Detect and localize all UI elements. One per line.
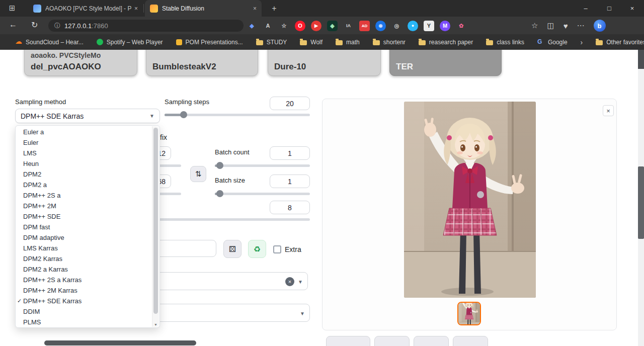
- bookmark-folder-class-links[interactable]: class links: [486, 39, 524, 46]
- folder-icon: [336, 40, 343, 45]
- sampling-steps-slider[interactable]: [165, 114, 310, 116]
- bookmarks-overflow-chevron[interactable]: ›: [581, 38, 583, 46]
- model-card-del-pvcaoaoko[interactable]: aoaoko. PVCStyleMo del_pvcAOAOKO: [24, 50, 137, 76]
- bookmark-folder-study[interactable]: STUDY: [256, 39, 287, 46]
- gallery-action-button[interactable]: [374, 336, 410, 346]
- option-lms[interactable]: LMS: [16, 148, 159, 158]
- option-dpm-fast[interactable]: DPM fast: [16, 222, 159, 232]
- browser-tab-aoaoko[interactable]: AOAOKO [PVC Style Model] - PV... ×: [28, 0, 143, 17]
- bookmark-google[interactable]: Google: [537, 39, 568, 46]
- bookmark-pom[interactable]: POM Presentations...: [176, 39, 243, 46]
- option-euler[interactable]: Euler: [16, 137, 159, 148]
- option-dpmpp-2m-karras[interactable]: DPM++ 2M Karras: [16, 285, 159, 296]
- batch-size-slider[interactable]: [215, 193, 310, 195]
- bookmark-spotify[interactable]: Spotify – Web Player: [97, 39, 163, 46]
- address-bar[interactable]: ⓘ 127.0.0.1 :7860: [48, 20, 244, 32]
- slider-handle[interactable]: [216, 162, 223, 169]
- other-favorites[interactable]: Other favorites: [596, 39, 644, 46]
- option-dpmpp-sde[interactable]: DPM++ SDE: [16, 211, 159, 222]
- option-dpmpp-2s-a[interactable]: DPM++ 2S a: [16, 190, 159, 201]
- pin-extension-icon[interactable]: ◎: [391, 21, 402, 31]
- clear-styles-icon[interactable]: ×: [285, 277, 294, 286]
- option-lms-karras[interactable]: LMS Karras: [16, 243, 159, 253]
- batch-count-slider[interactable]: [215, 164, 310, 167]
- bookmark-folder-reasearch-paper[interactable]: reasearch paper: [419, 39, 473, 46]
- option-plms[interactable]: PLMS: [16, 317, 159, 327]
- vertical-scrollbar-thumb[interactable]: [638, 166, 644, 239]
- browser-tab-stable-diffusion[interactable]: Stable Diffusion ×: [145, 0, 262, 17]
- horizontal-scrollbar-thumb[interactable]: [44, 340, 196, 345]
- cyan-extension-icon[interactable]: ●: [408, 21, 418, 31]
- window-close-button[interactable]: ×: [620, 0, 644, 17]
- chevron-down-icon: ▼: [300, 311, 305, 316]
- model-card-dure-10[interactable]: Dure-10: [268, 50, 381, 76]
- new-tab-button[interactable]: +: [269, 3, 280, 14]
- favorites-icon[interactable]: ☆: [531, 21, 538, 30]
- play-extension-icon[interactable]: ▶: [311, 21, 321, 31]
- gallery-action-button[interactable]: [326, 336, 370, 346]
- window-minimize-button[interactable]: –: [574, 0, 597, 17]
- option-dpm-adaptive[interactable]: DPM adaptive: [16, 232, 159, 243]
- tab-close-icon[interactable]: ×: [134, 5, 138, 12]
- refresh-button[interactable]: ↻: [31, 20, 38, 30]
- gallery-thumbnail-selected[interactable]: [457, 302, 481, 325]
- star-extension-icon[interactable]: ☆: [279, 21, 289, 31]
- essentials-icon[interactable]: ♥: [564, 22, 568, 30]
- option-dpm2-karras[interactable]: DPM2 Karras: [16, 253, 159, 264]
- site-info-icon[interactable]: ⓘ: [54, 22, 60, 30]
- ia-extension-icon[interactable]: IA: [343, 21, 354, 31]
- option-dpm2[interactable]: DPM2: [16, 169, 159, 180]
- dropdown-scrollbar[interactable]: ▼: [152, 126, 159, 327]
- slider-handle[interactable]: [216, 190, 223, 197]
- split-screen-icon[interactable]: ◫: [547, 21, 554, 30]
- option-dpm2-a[interactable]: DPM2 a: [16, 180, 159, 190]
- opera-extension-icon[interactable]: O: [295, 21, 305, 31]
- tab-close-icon[interactable]: ×: [253, 5, 257, 12]
- option-dpmpp-2s-a-karras[interactable]: DPM++ 2S a Karras: [16, 275, 159, 285]
- option-ddim[interactable]: DDIM: [16, 306, 159, 317]
- swap-dimensions-button[interactable]: ⇅: [190, 166, 206, 182]
- generated-image[interactable]: [404, 102, 536, 298]
- dropdown-scrollbar-thumb[interactable]: [153, 128, 158, 314]
- tab-switcher-icon[interactable]: ⊞: [7, 3, 17, 13]
- option-heun[interactable]: Heun: [16, 158, 159, 169]
- flower-extension-icon[interactable]: ✿: [456, 21, 466, 31]
- option-dpm2-a-karras[interactable]: DPM2 a Karras: [16, 264, 159, 275]
- model-card-bumblesteakv2[interactable]: BumblesteakV2: [146, 50, 258, 76]
- tag-extension-icon[interactable]: ◆: [247, 21, 257, 31]
- reuse-seed-button[interactable]: ♻: [248, 240, 266, 258]
- window-maximize-button[interactable]: □: [598, 0, 621, 17]
- bookmark-folder-shortenr[interactable]: shortenr: [373, 39, 406, 46]
- gallery-action-button[interactable]: [453, 336, 488, 346]
- model-card-ter[interactable]: TER: [389, 50, 502, 76]
- back-button[interactable]: ←: [9, 20, 17, 29]
- a-extension-icon[interactable]: A: [263, 21, 273, 31]
- adblock-extension-icon[interactable]: AD: [359, 21, 370, 31]
- cfg-scale-input[interactable]: 8: [270, 201, 310, 214]
- vertical-scrollbar[interactable]: [638, 50, 644, 346]
- batch-size-input[interactable]: 1: [270, 175, 310, 188]
- scroll-down-arrow-icon[interactable]: ▼: [152, 323, 159, 326]
- gallery-close-button[interactable]: ×: [603, 105, 614, 116]
- hires-fix-label[interactable]: fix: [160, 133, 167, 141]
- bookmark-soundcloud[interactable]: SoundCloud – Hear...: [15, 39, 84, 46]
- slider-handle[interactable]: [180, 111, 187, 118]
- m-extension-icon[interactable]: M: [440, 21, 450, 31]
- settings-more-icon[interactable]: ⋯: [577, 21, 585, 30]
- extra-seed-checkbox[interactable]: [273, 245, 281, 253]
- profile-avatar[interactable]: b: [594, 20, 606, 32]
- batch-count-input[interactable]: 1: [270, 146, 310, 160]
- y-extension-icon[interactable]: Y: [424, 21, 434, 31]
- random-seed-button[interactable]: ⚄: [223, 240, 242, 258]
- sampling-steps-input[interactable]: 20: [270, 97, 310, 110]
- bookmark-folder-wolf[interactable]: Wolf: [300, 39, 323, 46]
- dark-extension-icon[interactable]: ◈: [327, 21, 338, 31]
- bookmark-folder-math[interactable]: math: [336, 39, 360, 46]
- option-dpmpp-sde-karras-selected[interactable]: ✓ DPM++ SDE Karras: [16, 296, 159, 306]
- sampling-method-dropdown[interactable]: DPM++ SDE Karras ▼: [15, 109, 160, 123]
- blue-circle-extension-icon[interactable]: ◉: [375, 21, 386, 31]
- gallery-action-button[interactable]: [414, 336, 449, 346]
- extra-label[interactable]: Extra: [285, 245, 301, 253]
- option-euler-a[interactable]: Euler a: [16, 127, 159, 137]
- option-dpmpp-2m[interactable]: DPM++ 2M: [16, 201, 159, 211]
